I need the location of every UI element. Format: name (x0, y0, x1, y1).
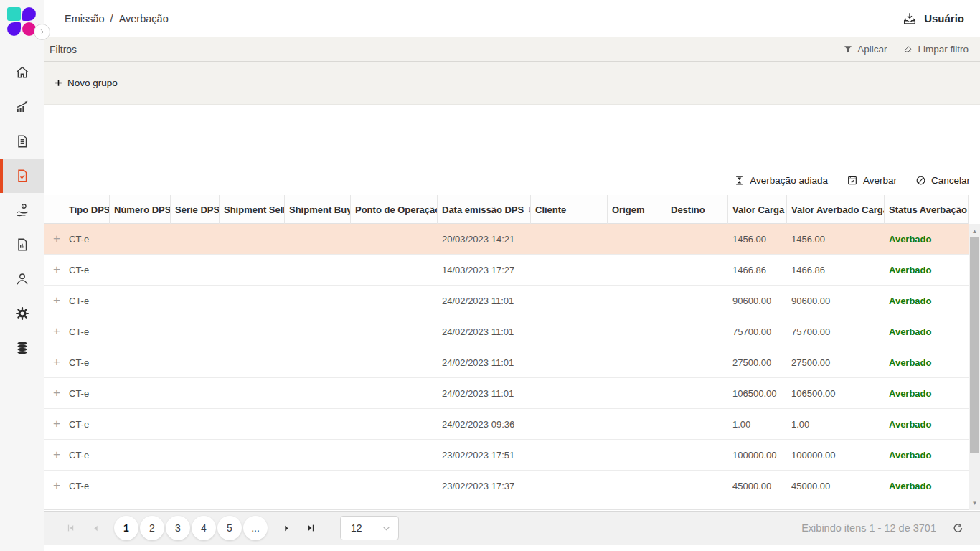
page-button-1[interactable]: 1 (114, 516, 138, 540)
expand-row-button[interactable]: + (44, 479, 65, 493)
expand-row-button[interactable]: + (44, 448, 65, 462)
table-row[interactable]: + CT-e 24/02/2023 09:36 1.00 1.00 Averba… (44, 409, 969, 440)
vertical-scrollbar[interactable]: ▲ ▼ (969, 224, 980, 510)
scrollbar-thumb[interactable] (970, 237, 979, 453)
user-label: Usuário (924, 12, 964, 24)
table-row[interactable]: + CT-e 24/02/2023 11:01 106500.00 106500… (44, 378, 969, 409)
apply-filter-label: Aplicar (857, 44, 887, 55)
sidebar-expand-button[interactable] (34, 24, 50, 40)
page-button-5[interactable]: 5 (217, 516, 242, 540)
analytics-icon (14, 99, 30, 115)
status-badge: Averbado (885, 234, 969, 245)
expand-row-button[interactable]: + (44, 417, 65, 431)
sidebar-item-analytics[interactable] (0, 90, 44, 124)
cancelar-button[interactable]: Cancelar (915, 174, 970, 186)
breadcrumb-emissao[interactable]: Emissão (65, 13, 105, 24)
col-header-data-emissao[interactable]: Data emissão DPS ↓ (438, 195, 531, 224)
col-header-valor-carga[interactable]: Valor Carga (728, 195, 787, 224)
status-badge: Averbado (885, 419, 969, 430)
sidebar-item-averbacao[interactable] (0, 159, 44, 193)
cancel-icon (915, 175, 926, 186)
expand-row-button[interactable]: + (44, 324, 65, 339)
cell-valor-averbado: 1.00 (787, 419, 885, 430)
cell-tipo-dps: CT-e (65, 450, 110, 461)
scroll-down-button[interactable]: ▼ (969, 497, 980, 509)
sidebar-item-payments[interactable] (0, 193, 44, 227)
table-row[interactable]: + CT-e 20/03/2023 14:21 1456.00 1456.00 … (44, 224, 969, 255)
breadcrumb-averbacao[interactable]: Averbação (119, 13, 169, 24)
pagination-bar: 1 2 3 4 5 ... 12 Exibindo itens 1 - 12 d… (44, 511, 980, 545)
eraser-icon (903, 44, 913, 55)
sidebar-item-reports[interactable] (0, 227, 44, 262)
col-header-numero-dps[interactable]: Número DPS (110, 195, 171, 224)
logo-purple-petal-bottom (7, 22, 21, 36)
table-row[interactable]: + CT-e 24/02/2023 11:01 75700.00 75700.0… (44, 316, 969, 347)
topbar: Emissão / Averbação Usuário (44, 0, 980, 37)
table-row[interactable]: + CT-e 24/02/2023 11:01 27500.00 27500.0… (44, 347, 969, 378)
table-body: + CT-e 20/03/2023 14:21 1456.00 1456.00 … (44, 224, 980, 510)
last-page-button[interactable] (298, 516, 323, 540)
expand-row-button[interactable]: + (44, 355, 65, 369)
prev-page-button[interactable] (83, 516, 108, 540)
col-header-tipo-dps[interactable]: Tipo DPS (65, 195, 110, 224)
page-size-value: 12 (351, 522, 362, 534)
app-logo (7, 7, 36, 36)
col-header-shipment-buy[interactable]: Shipment Buy (285, 195, 351, 224)
refresh-button[interactable] (952, 522, 964, 534)
breadcrumb: Emissão / Averbação (65, 13, 169, 24)
averbacao-adiada-button[interactable]: Averbação adiada (734, 174, 828, 186)
hourglass-icon (734, 175, 745, 186)
col-header-ponto-operacao[interactable]: Ponto de Operação (351, 195, 438, 224)
first-page-button[interactable] (59, 516, 83, 540)
filters-title: Filtros (50, 44, 77, 55)
apply-filter-button[interactable]: Aplicar (843, 44, 887, 55)
chevron-right-icon (38, 28, 46, 36)
table-header-row: Tipo DPS Número DPS Série DPS Shipment S… (44, 195, 969, 224)
user-menu[interactable]: Usuário (902, 11, 964, 27)
col-header-cliente[interactable]: Cliente (531, 195, 608, 224)
page-ellipsis[interactable]: ... (243, 516, 268, 540)
sidebar-item-database[interactable] (0, 331, 44, 365)
table-row[interactable]: + CT-e 23/02/2023 17:37 45000.00 45000.0… (44, 471, 969, 501)
inbox-arrow-icon (902, 11, 918, 27)
page-button-4[interactable]: 4 (192, 516, 216, 540)
new-group-button[interactable]: Novo grupo (54, 77, 118, 88)
page-button-3[interactable]: 3 (166, 516, 190, 540)
sidebar-item-settings[interactable] (0, 296, 44, 331)
sidebar (0, 0, 44, 551)
col-header-destino[interactable]: Destino (666, 195, 728, 224)
col-header-origem[interactable]: Origem (608, 195, 666, 224)
table-row[interactable]: + CT-e 24/02/2023 11:01 90600.00 90600.0… (44, 286, 969, 316)
page-button-2[interactable]: 2 (140, 516, 164, 540)
expand-row-button[interactable]: + (44, 293, 65, 308)
cell-valor-carga: 27500.00 (728, 357, 787, 368)
table-row[interactable]: + CT-e 23/02/2023 17:51 100000.00 100000… (44, 440, 969, 471)
cell-data-emissao: 24/02/2023 11:01 (438, 296, 531, 306)
sidebar-item-users[interactable] (0, 262, 44, 296)
col-header-valor-averbado[interactable]: Valor Averbado Carga (787, 195, 885, 224)
expand-row-button[interactable]: + (44, 232, 65, 246)
sidebar-item-documents[interactable] (0, 124, 44, 159)
col-header-shipment-sell[interactable]: Shipment Sell (220, 195, 285, 224)
scroll-up-button[interactable]: ▲ (969, 225, 980, 237)
page-size-select[interactable]: 12 (340, 516, 399, 540)
table-row[interactable]: + CT-e 14/03/2023 17:27 1466.86 1466.86 … (44, 255, 969, 286)
sidebar-item-home[interactable] (0, 55, 44, 90)
cell-data-emissao: 24/02/2023 11:01 (438, 388, 531, 399)
cell-valor-averbado: 1466.86 (787, 265, 885, 276)
cell-data-emissao: 24/02/2023 11:01 (438, 326, 531, 337)
expand-row-button[interactable]: + (44, 263, 65, 277)
report-icon (14, 237, 30, 253)
filters-actions: Aplicar Limpar filtro (843, 44, 969, 55)
status-badge: Averbado (885, 388, 969, 399)
calendar-check-icon (847, 174, 858, 186)
cell-tipo-dps: CT-e (65, 326, 110, 337)
col-header-status-averbacao[interactable]: Status Averbação (885, 195, 969, 224)
averbar-button[interactable]: Averbar (847, 174, 897, 186)
expand-row-button[interactable]: + (44, 386, 65, 400)
user-icon (14, 271, 30, 287)
next-page-button[interactable] (274, 516, 298, 540)
clear-filter-button[interactable]: Limpar filtro (903, 44, 969, 55)
col-header-serie-dps[interactable]: Série DPS (171, 195, 220, 224)
status-badge: Averbado (885, 326, 969, 337)
